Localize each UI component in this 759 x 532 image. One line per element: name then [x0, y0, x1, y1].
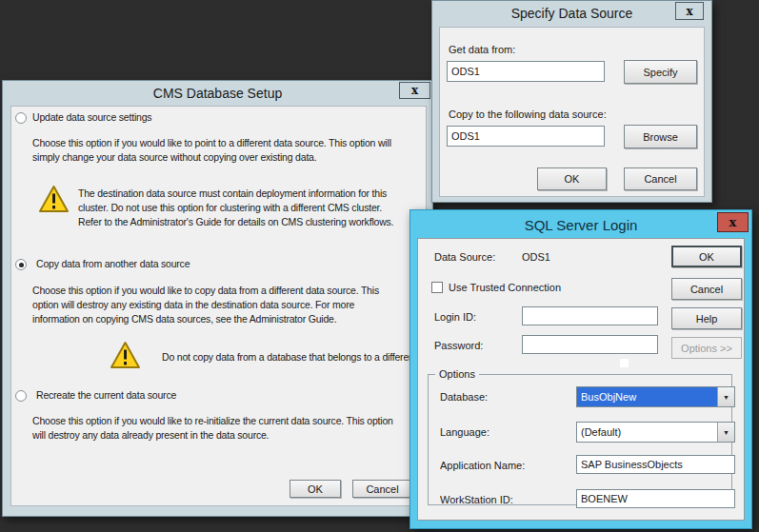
cms-database-setup-dialog: CMS Database Setup x Update data source … [2, 80, 433, 517]
cms-close-button[interactable]: x [399, 82, 430, 99]
database-label: Database: [440, 391, 488, 403]
options-groupbox: Options Database: BusObjNew ▼ Language: … [428, 374, 732, 505]
radio-copy-label: Copy data from another data source [36, 258, 190, 269]
cms-dialog-body: Update data source settings Choose this … [10, 106, 427, 506]
radio-update-data-source[interactable] [15, 112, 27, 124]
close-icon: x [686, 5, 692, 18]
sql-close-button[interactable]: x [717, 212, 749, 232]
password-input[interactable] [522, 335, 658, 354]
database-dropdown[interactable]: BusObjNew ▼ [576, 386, 735, 407]
language-value: (Default) [577, 423, 717, 442]
warning-icon [110, 341, 141, 369]
radio-update-label: Update data source settings [32, 111, 151, 123]
close-icon: x [411, 84, 418, 97]
use-trusted-connection-checkbox[interactable] [431, 282, 443, 293]
copy-option-warning: Do not copy data from a database that be… [162, 350, 427, 365]
use-trusted-connection-label: Use Trusted Connection [449, 282, 561, 293]
sql-server-login-dialog: SQL Server Login x Data Source: ODS1 OK … [409, 209, 752, 529]
radio-copy-data-source[interactable] [15, 259, 27, 270]
application-name-input[interactable] [576, 455, 735, 474]
copy-to-label: Copy to the following data source: [449, 108, 607, 120]
login-id-label: Login ID: [434, 311, 476, 323]
copy-option-description: Choose this option if you would like to … [32, 284, 379, 326]
language-dropdown[interactable]: (Default) ▼ [576, 422, 735, 443]
login-id-input[interactable] [522, 306, 658, 325]
application-name-label: Application Name: [440, 460, 525, 471]
cms-ok-button[interactable]: OK [290, 480, 341, 498]
update-option-warning: The destination data source must contain… [78, 187, 393, 229]
database-value: BusObjNew [577, 387, 717, 406]
data-source-value: ODS1 [522, 251, 550, 263]
specify-cancel-button[interactable]: Cancel [624, 167, 697, 190]
cms-cancel-button[interactable]: Cancel [352, 480, 412, 498]
options-group-label: Options [435, 368, 479, 380]
chevron-down-icon[interactable]: ▼ [717, 387, 734, 406]
help-button[interactable]: Help [671, 307, 742, 329]
sql-cancel-button[interactable]: Cancel [671, 278, 742, 300]
radio-recreate-data-source[interactable] [15, 390, 27, 402]
radio-recreate-label: Recreate the current data source [36, 389, 176, 401]
browse-button[interactable]: Browse [624, 125, 697, 148]
sql-dialog-body: Data Source: ODS1 OK Use Trusted Connect… [417, 238, 745, 521]
specify-dialog-title: Specify Data Source [432, 6, 711, 21]
workstation-id-label: WorkStation ID: [440, 494, 513, 505]
get-data-from-label: Get data from: [449, 44, 515, 55]
specify-close-button[interactable]: x [675, 2, 704, 20]
specify-dialog-body: Get data from: Specify Copy to the follo… [439, 27, 705, 197]
update-option-description: Choose this option if you would like to … [32, 136, 391, 165]
copy-to-input[interactable] [447, 126, 605, 147]
recreate-option-description: Choose this option if you would like to … [32, 414, 393, 443]
options-expand-button[interactable]: Options >> [671, 337, 742, 359]
chevron-down-icon[interactable]: ▼ [717, 423, 734, 442]
sql-ok-button[interactable]: OK [671, 246, 742, 267]
workstation-id-input[interactable] [576, 489, 735, 508]
white-dot-artifact [620, 359, 629, 367]
cms-dialog-title: CMS Database Setup [3, 86, 432, 101]
data-source-label: Data Source: [434, 251, 495, 263]
warning-icon [38, 185, 70, 213]
specify-data-source-dialog: Specify Data Source x Get data from: Spe… [431, 0, 712, 203]
specify-button[interactable]: Specify [624, 60, 697, 84]
get-data-from-input[interactable] [447, 61, 605, 82]
language-label: Language: [440, 426, 489, 438]
password-label: Password: [434, 340, 483, 351]
specify-ok-button[interactable]: OK [537, 167, 607, 190]
desktop-background: CMS Database Setup x Update data source … [0, 0, 759, 532]
close-icon: x [729, 215, 737, 229]
sql-dialog-title: SQL Server Login [410, 217, 751, 233]
